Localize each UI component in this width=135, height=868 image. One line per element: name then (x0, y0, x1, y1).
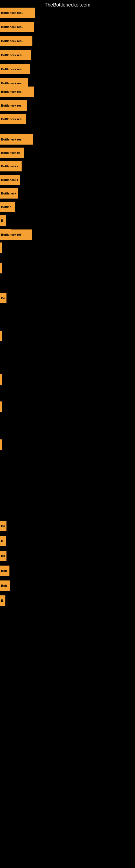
bar-label-8: Bottleneck res (1, 104, 21, 107)
bar-item-10: Bottleneck res (0, 134, 33, 145)
bar-label-10: Bottleneck res (1, 138, 21, 141)
bar-item-31: B (0, 595, 5, 606)
bar-label-27: B (1, 539, 3, 542)
bar-label-23: Bottleneck ref (1, 233, 21, 236)
bar-label-31: B (1, 599, 3, 602)
bar-item-12: Bottleneck r (0, 161, 21, 172)
bar-label-16: B (1, 219, 3, 222)
bar-item-7: Bottleneck res (0, 87, 34, 97)
bar-label-20: Bo (1, 297, 5, 300)
bar-item-30: Bott (0, 581, 10, 591)
bar-item-18 (0, 243, 2, 253)
bar-item-16: B (0, 215, 6, 226)
bar-label-13: Bottleneck r (1, 178, 18, 182)
bar-item-28: Bo (0, 551, 6, 561)
bar-item-14: Bottleneck (0, 188, 18, 198)
bar-label-12: Bottleneck r (1, 165, 18, 168)
bar-item-4: Bottleneck resu (0, 50, 31, 60)
bar-item-11: Bottleneck re (0, 148, 24, 158)
bar-item-9: Bottleneck res (0, 114, 26, 124)
bar-item-19 (0, 263, 2, 273)
bar-label-6: Bottleneck res (1, 82, 21, 85)
bar-label-15: Bottlen (1, 205, 11, 209)
bar-label-7: Bottleneck res (1, 90, 21, 93)
bar-label-9: Bottleneck res (1, 118, 21, 121)
bar-label-30: Bott (1, 584, 7, 587)
bar-item-8: Bottleneck res (0, 100, 27, 111)
bar-label-11: Bottleneck re (1, 151, 20, 154)
bar-label-1: Bottleneck resu (1, 11, 24, 14)
bar-item-22 (0, 374, 2, 384)
bar-item-27: B (0, 536, 6, 546)
bar-item-29: Bott (0, 565, 9, 576)
bar-item-23: Bottleneck ref (0, 229, 32, 240)
bar-label-14: Bottleneck (1, 192, 16, 195)
bar-item-2: Bottleneck resu (0, 22, 34, 32)
bar-label-26: Bo (1, 524, 5, 528)
bar-label-3: Bottleneck resu (1, 39, 24, 42)
bar-item-1: Bottleneck resu (0, 8, 35, 18)
bar-label-5: Bottleneck res (1, 67, 21, 71)
bar-label-28: Bo (1, 554, 5, 557)
bar-item-3: Bottleneck resu (0, 36, 32, 46)
bar-item-26: Bo (0, 521, 6, 531)
bar-label-29: Bott (1, 569, 7, 572)
bar-item-15: Bottlen (0, 202, 15, 212)
bar-item-24 (0, 401, 2, 412)
bar-item-13: Bottleneck r (0, 175, 20, 185)
bar-label-4: Bottleneck resu (1, 54, 24, 57)
bar-label-2: Bottleneck resu (1, 25, 24, 29)
bar-item-20: Bo (0, 293, 6, 303)
bar-item-25 (0, 439, 2, 450)
bar-item-5: Bottleneck res (0, 64, 30, 74)
bar-item-21 (0, 331, 2, 341)
